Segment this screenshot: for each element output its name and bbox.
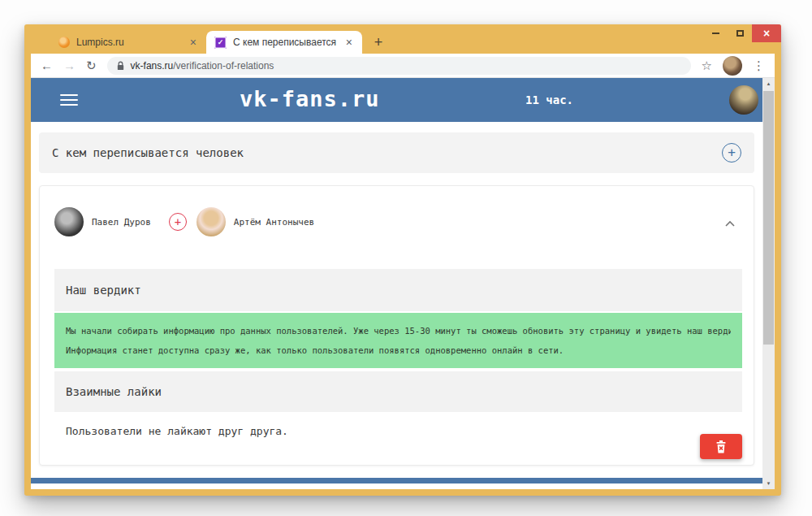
close-button[interactable]: ×: [752, 24, 781, 42]
header-time: 11 час.: [525, 93, 573, 106]
verdict-line-2: Информация станет доступна сразу же, как…: [66, 340, 731, 360]
lumpics-favicon-icon: [58, 37, 70, 48]
delete-pair-button[interactable]: [700, 434, 742, 459]
trash-icon: [715, 440, 728, 453]
add-pair-button[interactable]: +: [722, 143, 741, 163]
scroll-up-icon[interactable]: ▲: [762, 78, 775, 89]
page-body: С кем переписывается человек + Павел Дур…: [31, 122, 762, 483]
back-icon[interactable]: ←: [41, 59, 53, 72]
likes-section-header: Взаимные лайки: [54, 371, 742, 412]
likes-title: Взаимные лайки: [66, 385, 162, 398]
vk-fans-favicon-icon: ✓: [214, 37, 227, 49]
maximize-button[interactable]: [728, 24, 752, 42]
tab-label: Lumpics.ru: [76, 37, 182, 48]
url-domain: vk-fans.ru: [131, 60, 174, 72]
tab-vk-fans[interactable]: ✓ С кем переписывается ×: [206, 31, 362, 54]
site-footer-bar: [31, 478, 762, 483]
site-header: vk-fans.ru 11 час.: [31, 78, 762, 122]
tab-label: С кем переписывается: [233, 37, 338, 48]
tab-close-icon[interactable]: ×: [188, 37, 198, 48]
user-name: Артём Антонычев: [234, 217, 314, 228]
browser-window: Lumpics.ru × ✓ С кем переписывается × + …: [24, 24, 781, 496]
verdict-alert: Мы начали собирать информацию про данных…: [54, 313, 742, 368]
verdict-line-1: Мы начали собирать информацию про данных…: [66, 321, 731, 340]
verdict-section-header: Наш вердикт: [54, 269, 742, 311]
site-logo[interactable]: vk-fans.ru: [240, 86, 380, 111]
avatar-pavel-durov[interactable]: [54, 207, 84, 236]
minimize-button[interactable]: [703, 24, 728, 42]
tab-close-icon[interactable]: ×: [344, 37, 354, 48]
browser-profile-avatar[interactable]: [723, 56, 742, 76]
tab-lumpics[interactable]: Lumpics.ru ×: [50, 31, 206, 54]
url-text: vk-fans.ru/verification-of-relations: [131, 60, 274, 72]
page-viewport: vk-fans.ru 11 час. С кем переписывается …: [31, 78, 775, 489]
page-title-panel: С кем переписывается человек +: [39, 132, 754, 173]
tab-strip: Lumpics.ru × ✓ С кем переписывается × +: [31, 24, 775, 54]
user-avatar[interactable]: [729, 85, 758, 115]
window-controls: ×: [703, 24, 781, 42]
address-bar[interactable]: vk-fans.ru/verification-of-relations: [107, 57, 691, 75]
verdict-title: Наш вердикт: [66, 284, 141, 297]
pair-row: Павел Дуров + Артём Антонычев: [40, 186, 754, 236]
maximize-icon: [736, 30, 744, 37]
scrollbar-thumb[interactable]: [763, 91, 774, 345]
lock-icon: [116, 61, 125, 71]
url-path: /verification-of-relations: [173, 60, 274, 72]
pair-card: Павел Дуров + Артём Антонычев Наш вердик…: [39, 185, 754, 466]
minimize-icon: [712, 33, 719, 34]
hamburger-menu-icon[interactable]: [60, 94, 78, 106]
reload-icon[interactable]: ↻: [86, 59, 97, 72]
scroll-down-icon[interactable]: ▼: [762, 478, 775, 489]
forward-icon[interactable]: →: [63, 59, 76, 72]
pair-plus-icon[interactable]: +: [169, 213, 187, 231]
user-name: Павел Дуров: [92, 217, 151, 228]
browser-toolbar: ← → ↻ vk-fans.ru/verification-of-relatio…: [31, 54, 775, 78]
menu-dots-icon[interactable]: ⋮: [753, 59, 765, 72]
collapse-chevron-up-icon[interactable]: [724, 215, 736, 230]
new-tab-button[interactable]: +: [367, 32, 390, 53]
bookmark-star-icon[interactable]: ☆: [702, 59, 712, 72]
likes-empty-text: Пользователи не лайкают друг друга.: [54, 425, 742, 437]
avatar-artem-antonychev[interactable]: [197, 207, 226, 236]
page-title: С кем переписывается человек: [52, 146, 244, 159]
page-scrollbar[interactable]: ▲ ▼: [762, 78, 775, 489]
